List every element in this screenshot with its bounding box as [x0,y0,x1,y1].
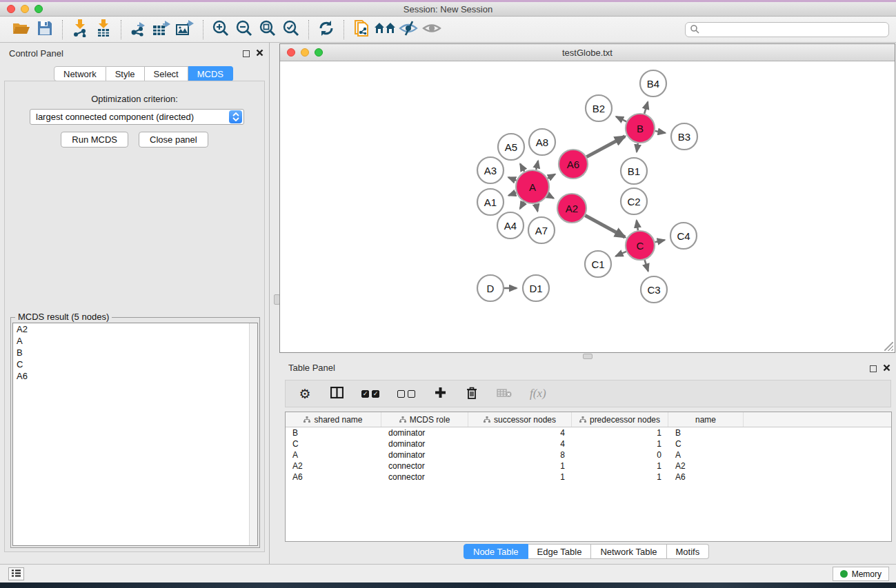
tab-network[interactable]: Network [54,66,106,81]
graph-edge-C-C1[interactable] [616,252,626,256]
graph-node-D1[interactable]: D1 [523,275,549,301]
tab-select[interactable]: Select [145,66,188,81]
network-canvas[interactable]: B4B2BB3A8A5A6A3B1AA1C2A2A4A7C4CC1C3DD1 [280,61,895,352]
zoom-out-button[interactable] [232,19,256,40]
tab-style[interactable]: Style [106,66,145,81]
column-header-predecessor-nodes[interactable]: predecessor nodes [572,412,668,427]
select-all-columns-button[interactable]: ✓✓ [361,390,379,398]
table-cell[interactable]: dominator [381,439,468,449]
memory-button[interactable]: Memory [833,567,889,581]
tab-motifs[interactable]: Motifs [667,544,710,559]
graph-edge-A-A2[interactable] [548,195,554,199]
refresh-button[interactable] [315,19,338,40]
graph-node-D[interactable]: D [477,275,504,301]
search-input[interactable] [699,25,884,34]
network-minimize-button[interactable] [301,48,309,57]
graph-node-A4[interactable]: A4 [497,212,524,239]
table-cell[interactable]: 0 [572,450,668,460]
open-session-button[interactable] [10,19,33,40]
zoom-in-button[interactable] [209,19,232,40]
mcds-result-item[interactable]: B [13,347,257,358]
graph-node-B2[interactable]: B2 [586,95,612,121]
table-cell[interactable]: 1 [572,428,668,438]
table-cell[interactable]: B [668,428,744,438]
close-panel-icon[interactable] [256,48,263,59]
minimize-window-button[interactable] [21,5,29,13]
delete-column-button[interactable] [465,387,479,401]
float-table-panel-icon[interactable] [870,365,877,372]
task-history-button[interactable] [8,567,24,580]
graph-edge-B-B4[interactable] [644,102,648,114]
graph-edge-A-A4[interactable] [520,202,524,209]
table-cell[interactable]: A6 [668,472,744,482]
mcds-result-item[interactable]: A6 [13,370,257,382]
close-table-panel-icon[interactable] [883,363,890,374]
table-cell[interactable]: 8 [468,450,572,460]
close-panel-button[interactable]: Close panel [139,132,208,148]
graph-node-C3[interactable]: C3 [641,276,667,303]
graph-node-A3[interactable]: A3 [477,157,504,183]
float-panel-icon[interactable] [243,50,250,57]
table-cell[interactable]: B [286,428,381,438]
export-network-button[interactable] [127,19,150,40]
window-titlebar[interactable]: Session: New Session [0,2,896,17]
duplicate-network-button[interactable] [350,19,373,40]
graph-node-C2[interactable]: C2 [621,188,647,214]
graph-edge-B-B3[interactable] [655,131,666,133]
show-all-button[interactable] [420,19,444,40]
hide-selected-button[interactable] [397,19,420,40]
graph-node-C[interactable]: C [626,231,655,260]
table-cell[interactable]: 1 [572,461,668,471]
graph-edge-A-A8[interactable] [536,161,538,170]
graph-node-C1[interactable]: C1 [585,251,611,277]
ndex-home-button[interactable] [373,19,397,40]
export-image-button[interactable] [174,19,197,40]
table-cell[interactable]: C [668,439,744,449]
unselect-all-columns-button[interactable] [397,390,415,398]
table-row[interactable]: Bdominator41B [286,427,891,438]
zoom-selected-button[interactable] [279,19,303,40]
result-list-scrollbar[interactable] [249,323,257,545]
graph-node-A7[interactable]: A7 [528,217,555,243]
column-header-shared-name[interactable]: shared name [286,412,381,427]
graph-node-A8[interactable]: A8 [529,129,555,155]
mcds-result-item[interactable]: A2 [13,323,257,335]
table-cell[interactable]: A2 [286,461,381,471]
tab-mcds[interactable]: MCDS [188,66,233,81]
table-cell[interactable]: 1 [572,472,668,482]
table-row[interactable]: Adominator80A [286,449,891,460]
table-row[interactable]: A2connector11A2 [286,460,891,472]
graph-node-A6[interactable]: A6 [559,150,588,179]
table-cell[interactable]: A6 [286,472,381,482]
table-settings-button[interactable]: ⚙ [298,387,312,401]
run-mcds-button[interactable]: Run MCDS [61,132,128,148]
table-cell[interactable]: dominator [381,428,468,438]
export-table-button[interactable] [150,19,174,40]
table-cell[interactable]: connector [381,472,468,482]
zoom-window-button[interactable] [34,5,43,13]
mcds-result-list[interactable]: A2ABCA6 [12,323,258,546]
graph-edge-A-A1[interactable] [508,192,516,195]
column-header-MCDS-role[interactable]: MCDS role [381,412,468,427]
graph-node-B3[interactable]: B3 [671,123,697,150]
close-window-button[interactable] [7,5,15,13]
graph-node-A1[interactable]: A1 [477,189,504,215]
graph-edge-C-C2[interactable] [637,221,638,230]
horizontal-splitter-handle[interactable] [583,354,593,359]
table-cell[interactable]: connector [381,461,468,471]
graph-node-B4[interactable]: B4 [640,70,666,97]
mcds-result-item[interactable]: C [13,358,257,370]
delete-table-button[interactable] [497,388,512,400]
graph-edge-A6-B[interactable] [586,136,625,157]
network-window-titlebar[interactable]: testGlobe.txt [280,44,895,61]
column-header-name[interactable]: name [668,412,744,427]
column-header-successor-nodes[interactable]: successor nodes [468,412,572,427]
graph-edge-A-A6[interactable] [548,174,555,179]
table-cell[interactable]: C [286,439,381,449]
import-table-button[interactable] [92,19,115,40]
network-close-button[interactable] [287,48,295,57]
graph-edge-C-C4[interactable] [655,240,664,242]
table-row[interactable]: A6connector11A6 [286,472,891,483]
table-cell[interactable]: 4 [468,428,572,438]
window-resize-grip[interactable] [884,342,893,351]
